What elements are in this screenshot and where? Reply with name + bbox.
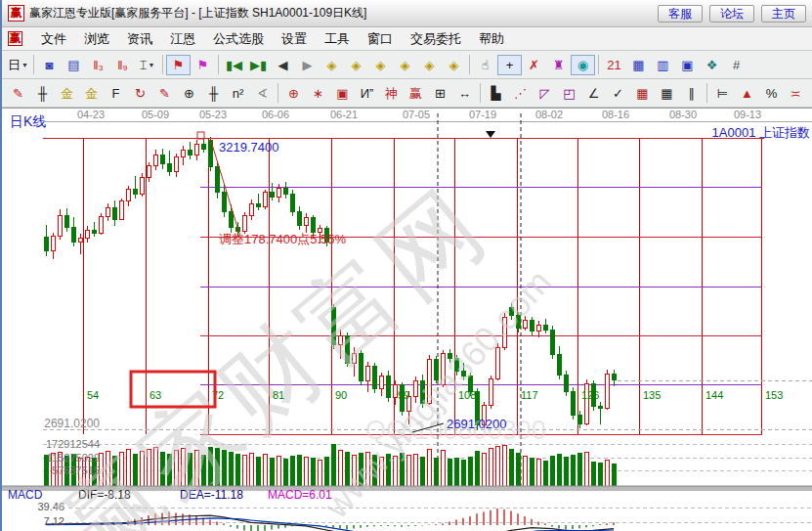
tick-icon[interactable]: ╫	[201, 83, 226, 104]
candle-style-dropdown[interactable]: ⌶▼	[135, 55, 159, 75]
svg-text:54: 54	[87, 389, 99, 401]
box-target-icon[interactable]: ▣	[330, 83, 355, 104]
menu-item-交易委托[interactable]: 交易委托	[402, 28, 470, 50]
toolbar-drawing: ✎╫金金F↻✎⊕╫n²∢⊕∗▣Иˮ神赢⊞↔▙⋰◸◰∠✓▦▦∥⊨▲%≍◉金✎	[2, 79, 812, 108]
app-window: 赢 赢家江恩专业版[赢家服务平台] - [上证指数 SH1A0001-109日K…	[0, 0, 812, 531]
menu-item-窗口[interactable]: 窗口	[359, 28, 402, 50]
brush-icon[interactable]: ✎	[6, 83, 30, 104]
kline-chart-svg[interactable]: 04-2305-0905-2306-0606-2107-0507-1908-02…	[2, 109, 812, 531]
report-icon[interactable]: ▥	[651, 55, 675, 75]
hand-drag-icon[interactable]: ☝	[473, 55, 497, 75]
web-sync-icon[interactable]: ❖	[700, 55, 724, 75]
pattern-seal-icon[interactable]: ◙	[37, 55, 62, 75]
tick-ruler-icon[interactable]: ╫	[30, 83, 55, 104]
cycle-circle-icon[interactable]: ⊕	[177, 83, 201, 104]
gann-diamond-x-icon[interactable]: ◈	[393, 55, 417, 75]
save-icon[interactable]: ▣	[675, 55, 700, 75]
svg-text:126: 126	[581, 389, 599, 401]
grid-box-icon[interactable]: ▦	[655, 83, 679, 104]
date-marker-icon	[486, 131, 495, 138]
percent-tri-icon[interactable]: ▲	[735, 83, 759, 104]
svg-text:153: 153	[765, 389, 783, 401]
toolbar-separator	[33, 55, 34, 74]
width-measure-icon[interactable]: ↔	[452, 83, 477, 104]
svg-text:144: 144	[705, 389, 723, 401]
svg-text:MACD: MACD	[8, 488, 43, 502]
menu-item-浏览[interactable]: 浏览	[75, 28, 118, 50]
svg-text:07-19: 07-19	[469, 109, 496, 120]
gann-diamond-star-icon[interactable]: ◈	[417, 55, 442, 75]
n2-icon[interactable]: n²	[226, 83, 250, 104]
fan-icon[interactable]: ◸	[533, 83, 557, 104]
menu-item-工具[interactable]: 工具	[316, 28, 359, 50]
svg-text:172912544: 172912544	[46, 438, 100, 450]
angle-ruler-icon[interactable]: ∢	[250, 83, 275, 104]
channel-icon[interactable]: ∥	[679, 83, 704, 104]
crosshair-icon[interactable]: +	[497, 55, 522, 75]
app-logo-icon: 赢	[8, 5, 24, 22]
menu-item-公式选股[interactable]: 公式选股	[204, 28, 273, 50]
gold-ratio2-icon[interactable]: 金	[79, 83, 104, 104]
gann-teal-icon[interactable]: ◉	[571, 55, 595, 75]
stats-columns-icon[interactable]: ⊨	[710, 83, 735, 104]
color-flag-icon[interactable]: ⚑	[191, 55, 215, 75]
target-icon[interactable]: ⊕	[281, 83, 306, 104]
nav-first-icon[interactable]: ▮◀	[222, 55, 246, 75]
title-link-1[interactable]: 论坛	[709, 5, 754, 22]
toolbar-separator	[598, 55, 599, 74]
ying-icon[interactable]: 赢	[404, 83, 428, 104]
gold-ratio-icon[interactable]: 金	[55, 83, 79, 104]
gann-diamond-h-icon[interactable]: ◈	[368, 55, 393, 75]
kline-period-dropdown[interactable]: 日▼	[6, 55, 30, 75]
spiral-icon[interactable]: ↻	[128, 83, 152, 104]
svg-text:06-06: 06-06	[262, 109, 289, 120]
svg-text:08-02: 08-02	[535, 109, 563, 120]
menu-item-帮助[interactable]: 帮助	[470, 28, 513, 50]
gann-diamond-right-icon[interactable]: ◈	[344, 55, 368, 75]
wave-check-icon[interactable]: ✓	[606, 83, 630, 104]
title-link-0[interactable]: 客服	[658, 5, 703, 22]
title-link-2[interactable]: 主页	[761, 5, 806, 22]
nav-last-icon[interactable]: ▶▮	[246, 55, 271, 75]
menu-item-设置[interactable]: 设置	[273, 28, 316, 50]
calendar-icon[interactable]: 21	[602, 55, 626, 75]
gann-diamond-left-icon[interactable]: ◈	[320, 55, 344, 75]
gold-circle-icon[interactable]: ◉	[808, 83, 812, 104]
toolbar-separator	[469, 55, 470, 74]
quote-icon[interactable]: Иˮ	[355, 83, 379, 104]
title-links: 客服论坛主页	[651, 4, 806, 22]
ruler123-icon[interactable]: ⊞	[428, 83, 452, 104]
svg-text:05-23: 05-23	[199, 109, 227, 120]
delete-line-icon[interactable]: ✗	[522, 55, 546, 75]
menu-item-文件[interactable]: 文件	[32, 28, 75, 50]
red-pen-icon[interactable]: ✎	[152, 83, 177, 104]
fibonacci-f-icon[interactable]: F	[104, 83, 128, 104]
nav-prev-icon[interactable]: ◀	[271, 55, 295, 75]
grid-red-icon[interactable]: ▦	[630, 83, 655, 104]
gann-purple-icon[interactable]: ♜	[546, 55, 571, 75]
shen-icon[interactable]: 神	[379, 83, 404, 104]
menu-item-江恩[interactable]: 江恩	[161, 28, 204, 50]
menu-item-资讯[interactable]: 资讯	[118, 28, 161, 50]
rays-icon[interactable]: ⋰	[508, 83, 533, 104]
svg-text:调整178.7400点5.55%: 调整178.7400点5.55%	[219, 232, 347, 246]
nav-next-icon[interactable]: ▶	[295, 55, 320, 75]
trend-angle-icon[interactable]: ∠	[581, 83, 606, 104]
svg-text:2691.0200: 2691.0200	[447, 417, 506, 431]
calculator-icon[interactable]: ▦	[626, 55, 651, 75]
minute9-chart-icon[interactable]: ‖₉	[110, 55, 135, 75]
dropdown-arrow-icon: ▼	[21, 62, 28, 68]
flag-tool-icon[interactable]: ⚑	[166, 55, 191, 75]
info-note-icon[interactable]: ▤	[62, 55, 86, 75]
percent-icon[interactable]: %	[759, 83, 784, 104]
grid-fan-icon[interactable]: ◰	[557, 83, 581, 104]
column-icon[interactable]: ▙	[484, 83, 508, 104]
star-burst-icon[interactable]: ∗	[306, 83, 330, 104]
gann-diamond-move-icon[interactable]: ◈	[442, 55, 466, 75]
svg-text:99: 99	[398, 389, 409, 401]
chart-area[interactable]: 日K线 1A0001 上证指数 04-2305-0905-2306-0606-2…	[2, 108, 812, 531]
svg-text:63: 63	[150, 389, 161, 401]
percent-line-icon[interactable]: ≍	[784, 83, 808, 104]
minute3-chart-icon[interactable]: ‖₃	[86, 55, 110, 75]
remote-icon[interactable]: #	[724, 55, 748, 75]
